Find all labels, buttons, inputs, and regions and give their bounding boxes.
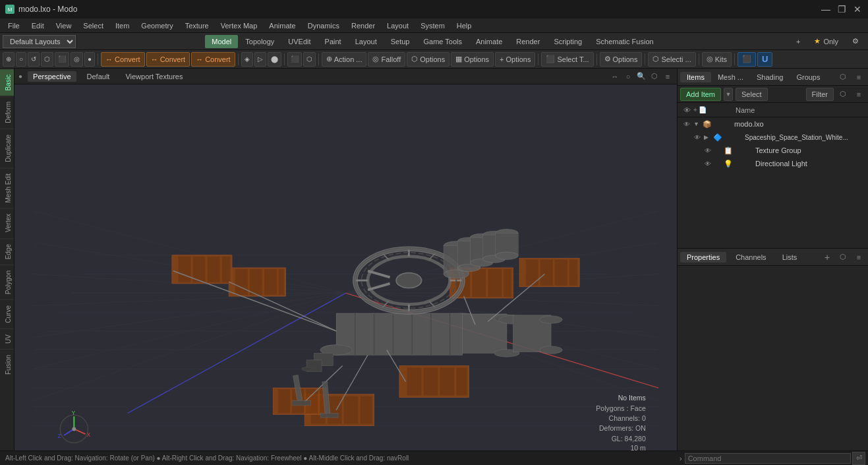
box2-btn[interactable]: ⬛ [287, 52, 302, 67]
circle-btn[interactable]: ◎ [71, 52, 83, 67]
options-settings-btn[interactable]: ⚙Options [600, 52, 643, 67]
items-panel-menu[interactable]: ≡ [852, 88, 865, 101]
props-menu-icon[interactable]: ≡ [852, 251, 865, 264]
item-eye-spaceship[interactable]: 👁 [691, 134, 704, 141]
sidebar-tab-mesh-edit[interactable]: Mesh Edit [0, 168, 14, 208]
sidebar-tab-curve[interactable]: Curve [0, 299, 14, 328]
maximize-button[interactable]: ❐ [836, 4, 847, 15]
3d-scene[interactable]: No Items Polygons : Face Channels: 0 Def… [14, 84, 677, 450]
command-input[interactable] [685, 453, 851, 464]
props-expand-icon[interactable]: ⬡ [836, 251, 850, 264]
selecti-btn[interactable]: ⬡Selecti ... [648, 52, 695, 67]
panel-tab-groups[interactable]: Groups [790, 72, 826, 82]
options-btn-3[interactable]: +Options [495, 52, 535, 67]
tab-paint[interactable]: Paint [318, 35, 348, 48]
sidebar-tab-duplicate[interactable]: Duplicate [0, 129, 14, 168]
polygon-btn[interactable]: ⬡ [41, 52, 53, 67]
tab-uvedit[interactable]: UVEdit [281, 35, 317, 48]
tab-game-tools[interactable]: Game Tools [417, 35, 469, 48]
options-btn-1[interactable]: ⬡Options [407, 52, 449, 67]
menu-dynamics[interactable]: Dynamics [303, 20, 345, 31]
item-row-modo-lxo[interactable]: 👁 ▼ 📦 modo.lxo [678, 117, 868, 131]
window-controls[interactable]: — ❐ ✕ [821, 4, 863, 15]
panel-tab-shading[interactable]: Shading [750, 72, 790, 82]
menu-texture[interactable]: Texture [180, 20, 214, 31]
diamond-btn[interactable]: ◈ [241, 52, 253, 67]
dot-btn[interactable]: ● [84, 52, 95, 67]
panel-tab-items[interactable]: Items [680, 72, 711, 82]
item-expand-modo-lxo[interactable]: ▼ [693, 121, 701, 127]
convert-btn-2[interactable]: ↔Convert [146, 52, 190, 67]
vp-icon-menu[interactable]: ≡ [662, 71, 673, 82]
select-t-btn[interactable]: ⬛Select T... [541, 52, 593, 67]
tab-setup[interactable]: Setup [384, 35, 417, 48]
item-eye-modo-lxo[interactable]: 👁 [680, 121, 693, 128]
falloff-btn[interactable]: ◎Falloff [368, 52, 405, 67]
menu-geometry[interactable]: Geometry [136, 20, 178, 31]
menu-vertex-map[interactable]: Vertex Map [216, 20, 263, 31]
vp-icon-zoom[interactable]: 🔍 [636, 71, 647, 82]
menu-animate[interactable]: Animate [264, 20, 301, 31]
rotate-btn[interactable]: ↺ [28, 52, 40, 67]
box-btn[interactable]: ⬛ [55, 52, 69, 67]
sidebar-tab-edge[interactable]: Edge [0, 238, 14, 264]
tab-schematic-fusion[interactable]: Schematic Fusion [589, 35, 660, 48]
unreal-btn[interactable]: ⬛ [738, 52, 756, 67]
lasso-btn[interactable]: ○ [16, 52, 26, 67]
layout-select[interactable]: Default Layouts [3, 35, 76, 48]
close-button[interactable]: ✕ [852, 4, 863, 15]
vp-tab-textures[interactable]: Viewport Textures [120, 71, 188, 82]
vp-icon-move[interactable]: ↔ [610, 71, 620, 82]
menu-item[interactable]: Item [110, 20, 134, 31]
sidebar-tab-vertex[interactable]: Vertex [0, 208, 14, 237]
options-btn-2[interactable]: ▦Options [451, 52, 494, 67]
big-dot-btn[interactable]: ⬤ [268, 52, 281, 67]
menu-view[interactable]: View [51, 20, 77, 31]
convert-btn-1[interactable]: ↔Convert [101, 52, 145, 67]
menu-help[interactable]: Help [451, 20, 477, 31]
hex-btn[interactable]: ⬡ [303, 52, 316, 67]
tab-animate[interactable]: Animate [469, 35, 509, 48]
play-btn[interactable]: ▷ [254, 52, 266, 67]
viewport-menu-icon[interactable]: ● [18, 73, 22, 80]
item-row-texture[interactable]: 👁 📋 Texture Group [678, 144, 868, 157]
minimize-button[interactable]: — [821, 4, 831, 15]
sidebar-tab-polygon[interactable]: Polygon [0, 264, 14, 299]
menu-file[interactable]: File [3, 20, 25, 31]
filter-button[interactable]: Filter [806, 88, 834, 101]
tab-render[interactable]: Render [509, 35, 546, 48]
props-tab-lists[interactable]: Lists [776, 252, 804, 263]
kits-btn[interactable]: ◎Kits [702, 52, 732, 67]
menu-system[interactable]: System [415, 20, 450, 31]
tab-topology[interactable]: Topology [239, 35, 281, 48]
add-layout-button[interactable]: + [790, 35, 807, 48]
only-button[interactable]: ★Only [807, 35, 845, 48]
props-tab-channels[interactable]: Channels [729, 252, 772, 263]
selection-mode-btn[interactable]: ⊕ [3, 52, 14, 67]
tab-scripting[interactable]: Scripting [547, 35, 589, 48]
panel-expand-icon[interactable]: ⬡ [836, 71, 850, 84]
item-row-light[interactable]: 👁 💡 Directional Light [678, 157, 868, 170]
menu-edit[interactable]: Edit [26, 20, 49, 31]
settings-button[interactable]: ⚙ [846, 35, 865, 48]
vp-tab-default[interactable]: Default [82, 71, 115, 82]
command-submit-button[interactable]: ⏎ [852, 452, 865, 465]
select-button[interactable]: Select [736, 88, 768, 101]
menu-render[interactable]: Render [346, 20, 380, 31]
item-eye-texture[interactable]: 👁 [701, 147, 714, 154]
tab-model[interactable]: Model [205, 35, 238, 48]
menu-select[interactable]: Select [78, 20, 109, 31]
items-panel-expand[interactable]: ⬡ [836, 88, 850, 101]
add-item-dropdown[interactable]: ▼ [724, 88, 733, 101]
panel-tab-mesh[interactable]: Mesh ... [711, 72, 750, 82]
sidebar-tab-fusion[interactable]: Fusion [0, 349, 14, 380]
vp-icon-settings[interactable]: ⬡ [649, 71, 660, 82]
panel-menu-icon[interactable]: ≡ [852, 71, 865, 84]
menu-layout[interactable]: Layout [382, 20, 414, 31]
item-expand-spaceship[interactable]: ▶ [704, 134, 712, 140]
convert-btn-3[interactable]: ↔Convert [191, 52, 235, 67]
props-tab-properties[interactable]: Properties [680, 252, 726, 263]
u-btn[interactable]: U [757, 52, 772, 67]
sidebar-tab-uv[interactable]: UV [0, 328, 14, 349]
action-btn[interactable]: ⊕Action ... [322, 52, 367, 67]
